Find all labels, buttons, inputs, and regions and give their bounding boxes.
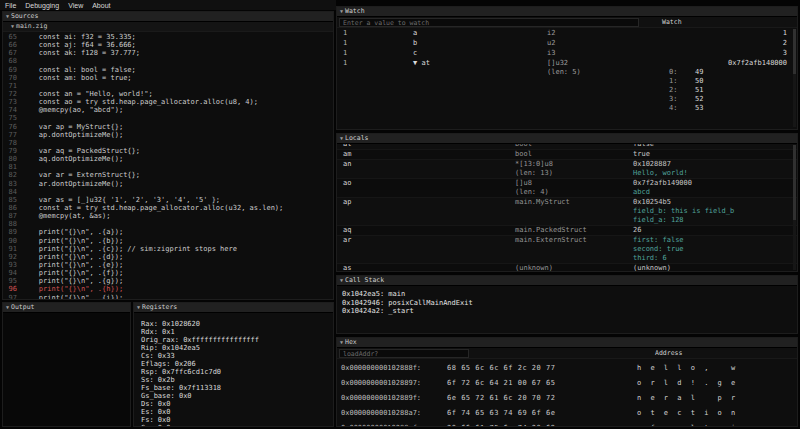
code-line[interactable]: 95 print("{}\n", .{g}); xyxy=(3,277,333,285)
locals-row[interactable]: ao[]u80x7f2afb149000(len: 4)abcd xyxy=(337,179,797,198)
code-line[interactable]: 86 const at = try std.heap.page_allocato… xyxy=(3,204,333,212)
registers-panel-header[interactable]: ▼Registers xyxy=(134,303,333,313)
code-line[interactable]: 78 xyxy=(3,139,333,147)
code-line[interactable]: 88 xyxy=(3,220,333,228)
code-line[interactable]: 77 ap.dontOptimizeMe(); xyxy=(3,131,333,139)
code-line[interactable]: 93 print("{}\n", .{e}); xyxy=(3,261,333,269)
menu-item-about[interactable]: About xyxy=(92,2,110,9)
code-line[interactable]: 75 xyxy=(3,114,333,122)
line-number[interactable]: 73 xyxy=(3,98,17,106)
watch-input[interactable] xyxy=(339,18,639,27)
call-stack-frame[interactable]: 0x10424a2: _start xyxy=(342,307,797,316)
line-number[interactable]: 74 xyxy=(3,106,17,114)
line-number[interactable]: 90 xyxy=(3,237,17,245)
code-line[interactable]: 71 xyxy=(3,82,333,90)
code-line[interactable]: 91 print("{}\n", .{c}); // sim:zigprint … xyxy=(3,245,333,253)
code-line[interactable]: 80 aq.dontOptimizeMe(); xyxy=(3,155,333,163)
code-line[interactable]: 66 const aj: f64 = 36.666; xyxy=(3,41,333,49)
current-line[interactable]: 96 print("{}\n", .{h}); xyxy=(3,285,333,293)
code-line[interactable]: 83 ar.dontOptimizeMe(); xyxy=(3,180,333,188)
line-number[interactable]: 86 xyxy=(3,204,17,212)
line-number[interactable]: 94 xyxy=(3,269,17,277)
line-number[interactable]: 72 xyxy=(3,90,17,98)
line-number[interactable]: 89 xyxy=(3,228,17,236)
watch-row[interactable]: 1bu22 xyxy=(337,38,797,48)
code-area[interactable]: 65 const ai: f32 = 35.335;66 const aj: f… xyxy=(3,32,333,299)
line-number[interactable]: 87 xyxy=(3,212,17,220)
line-number[interactable]: 67 xyxy=(3,49,17,57)
watch-row[interactable]: 1ci33 xyxy=(337,48,797,58)
code-line[interactable]: 79 var aq = PackedStruct{}; xyxy=(3,147,333,155)
line-number[interactable]: 78 xyxy=(3,139,17,147)
scrollbar-thumb[interactable] xyxy=(793,29,796,74)
line-number[interactable]: 77 xyxy=(3,131,17,139)
code-line[interactable]: 87 @memcpy(at, &as); xyxy=(3,212,333,220)
code-line[interactable]: 94 print("{}\n", .{f}); xyxy=(3,269,333,277)
locals-row[interactable]: aqmain.PackedStruct26 xyxy=(337,226,797,236)
file-tab[interactable]: ▼main.zig xyxy=(3,22,333,32)
scrollbar-thumb[interactable] xyxy=(793,145,796,220)
line-number[interactable]: 93 xyxy=(3,261,17,269)
menu-item-view[interactable]: View xyxy=(68,2,83,9)
locals-row[interactable]: armain.ExternStructfirst: falsesecond: t… xyxy=(337,236,797,264)
line-number[interactable]: 96 xyxy=(3,285,17,293)
code-line[interactable]: 97 print("{}\n", .{i}); xyxy=(3,294,333,300)
code-line[interactable]: 76 var ap = MyStruct{}; xyxy=(3,123,333,131)
line-number[interactable]: 80 xyxy=(3,155,17,163)
hex-address-input[interactable] xyxy=(339,349,469,358)
locals-panel-header[interactable]: ▼Locals xyxy=(337,134,797,144)
code-line[interactable]: 84 xyxy=(3,188,333,196)
code-line[interactable]: 89 print("{}\n", .{a}); xyxy=(3,228,333,236)
code-line[interactable]: 85 var as = [_]u32{ '1', '2', '3', '4', … xyxy=(3,196,333,204)
hex-panel-header[interactable]: ▼Hex xyxy=(337,338,797,348)
line-number[interactable]: 71 xyxy=(3,82,17,90)
code-line[interactable]: 73 const ao = try std.heap.page_allocato… xyxy=(3,98,333,106)
line-number[interactable]: 75 xyxy=(3,114,17,122)
code-line[interactable]: 92 print("{}\n", .{d}); xyxy=(3,253,333,261)
watch-panel-header[interactable]: ▼Watch xyxy=(337,7,797,17)
code-line[interactable]: 90 print("{}\n", .{b}); xyxy=(3,237,333,245)
watch-scrollbar[interactable] xyxy=(793,29,796,127)
code-line[interactable]: 81 xyxy=(3,163,333,171)
line-number[interactable]: 68 xyxy=(3,57,17,65)
line-number[interactable]: 88 xyxy=(3,220,17,228)
call-stack-frame[interactable]: 0x1042ea5: main xyxy=(342,290,797,299)
code-line[interactable]: 69 const al: bool = false; xyxy=(3,66,333,74)
locals-row[interactable]: as(unknown)(unknown) xyxy=(337,264,797,271)
locals-row[interactable]: an*[13:0]u80x1028887(len: 13)Hello, worl… xyxy=(337,160,797,179)
locals-row[interactable]: ambooltrue xyxy=(337,150,797,160)
line-number[interactable]: 85 xyxy=(3,196,17,204)
line-number[interactable]: 84 xyxy=(3,188,17,196)
code-line[interactable]: 82 var ar = ExternStruct{}; xyxy=(3,171,333,179)
menu-item-file[interactable]: File xyxy=(5,2,16,9)
line-number[interactable]: 70 xyxy=(3,74,17,82)
hex-address: 0x000000000102888f: xyxy=(341,364,421,372)
line-number[interactable]: 83 xyxy=(3,180,17,188)
locals-scrollbar[interactable] xyxy=(793,145,796,270)
line-number[interactable]: 97 xyxy=(3,294,17,300)
code-line[interactable]: 68 xyxy=(3,57,333,65)
sources-panel-header[interactable]: ▼Sources xyxy=(3,12,333,22)
code-line[interactable]: 67 const ak: f128 = 37.777; xyxy=(3,49,333,57)
watch-row[interactable]: 1▼ at[]u320x7f2afb148000(len: 5)0:491:50… xyxy=(337,58,797,113)
code-line[interactable]: 70 const am: bool = true; xyxy=(3,74,333,82)
code-line[interactable]: 74 @memcpy(ao, "abcd"); xyxy=(3,106,333,114)
line-number[interactable]: 92 xyxy=(3,253,17,261)
code-line[interactable]: 65 const ai: f32 = 35.335; xyxy=(3,33,333,41)
watch-row[interactable]: 1ai21 xyxy=(337,28,797,38)
line-number[interactable]: 95 xyxy=(3,277,17,285)
line-number[interactable]: 66 xyxy=(3,41,17,49)
call-stack-panel-header[interactable]: ▼Call Stack xyxy=(337,276,797,286)
line-number[interactable]: 69 xyxy=(3,66,17,74)
call-stack-frame[interactable]: 0x1042946: posixCallMainAndExit xyxy=(342,299,797,308)
code-line[interactable]: 72 const an = "Hello, world!"; xyxy=(3,90,333,98)
line-number[interactable]: 76 xyxy=(3,123,17,131)
locals-row[interactable]: apmain.MyStruct0x10254b5field_b: this is… xyxy=(337,198,797,226)
menu-item-debugging[interactable]: Debugging xyxy=(25,2,59,9)
line-number[interactable]: 65 xyxy=(3,33,17,41)
line-number[interactable]: 91 xyxy=(3,245,17,253)
output-panel-header[interactable]: ▼Output xyxy=(3,303,130,313)
line-number[interactable]: 81 xyxy=(3,163,17,171)
line-number[interactable]: 79 xyxy=(3,147,17,155)
line-number[interactable]: 82 xyxy=(3,171,17,179)
